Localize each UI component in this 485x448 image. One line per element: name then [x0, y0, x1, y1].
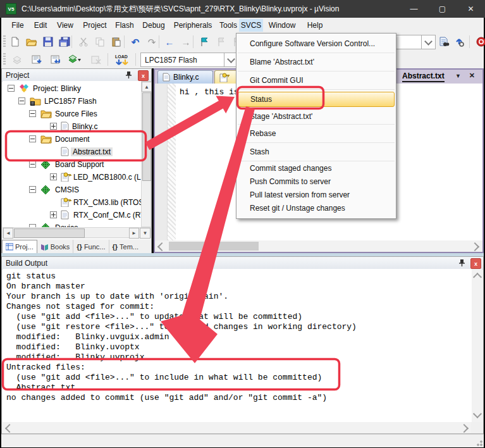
tab-list-dropdown-icon[interactable]: ▼: [455, 73, 461, 79]
debug-session-icon[interactable]: [474, 35, 485, 48]
menu-item-rebase[interactable]: Rebase: [236, 125, 396, 142]
menu-debug[interactable]: Debug: [138, 19, 169, 32]
maximize-button[interactable]: ▢: [428, 0, 457, 18]
collapse-icon[interactable]: [8, 85, 15, 92]
collapse-icon[interactable]: [18, 97, 25, 104]
scroll-up-chevron[interactable]: [473, 273, 482, 282]
tree-item-rtx-conf-cm-c[interactable]: RTX_Conf_CM.c (RTO: [3, 209, 141, 221]
menu-item-stage[interactable]: Stage 'Abstract.txt': [236, 109, 396, 124]
tab-close-icon[interactable]: ✕: [469, 72, 475, 80]
tree-item-led-mcb1800-c[interactable]: LED_MCB1800.c (LED: [3, 171, 141, 184]
copy-button[interactable]: [94, 35, 106, 48]
tree-item-project-blinky[interactable]: Project: Blinky: [3, 82, 141, 95]
menu-item-reset-unstage[interactable]: Reset git / Unstage changes: [236, 201, 396, 215]
tree-item-blinky-c[interactable]: Blinky.c: [3, 120, 141, 133]
scroll-down-button[interactable]: ▼: [140, 228, 150, 239]
scroll-right-button[interactable]: ►: [129, 228, 139, 239]
pin-icon[interactable]: [125, 71, 132, 81]
tab-templates[interactable]: {} Tem...: [109, 240, 142, 253]
collapse-icon[interactable]: [29, 186, 36, 193]
menu-item-push-commits[interactable]: Push Commits to server: [236, 175, 396, 188]
menu-item-git-commit-gui[interactable]: Git Commit GUI: [236, 72, 396, 89]
expand-icon[interactable]: [50, 211, 57, 218]
menu-project[interactable]: Project: [78, 19, 111, 32]
scroll-right-chevron[interactable]: [470, 242, 479, 251]
bookmark-prev-button[interactable]: [214, 35, 227, 48]
navigate-back-button[interactable]: ←: [163, 35, 176, 48]
scrollbar-thumb[interactable]: [14, 228, 85, 238]
collapse-icon[interactable]: [29, 135, 36, 142]
menu-window[interactable]: Window: [264, 19, 300, 32]
translate-button[interactable]: [11, 53, 24, 66]
scroll-left-chevron[interactable]: [157, 242, 166, 251]
project-tree-vscrollbar[interactable]: ▲: [141, 81, 151, 227]
menu-item-stash[interactable]: Stash: [236, 143, 396, 161]
build-button[interactable]: [30, 53, 43, 66]
paste-button[interactable]: [110, 35, 123, 48]
incremental-find-button[interactable]: [453, 35, 465, 48]
menu-peripherals[interactable]: Peripherals: [169, 19, 216, 32]
pin-icon[interactable]: [458, 259, 465, 269]
navigate-forward-button[interactable]: →: [180, 35, 192, 48]
build-output-close-button[interactable]: x: [470, 258, 481, 269]
tab-abstract-txt[interactable]: Abstract.txt: [396, 70, 450, 84]
menu-flash[interactable]: Flash: [111, 19, 138, 32]
menu-svcs[interactable]: SVCS: [239, 19, 263, 32]
new-file-button[interactable]: [9, 35, 21, 48]
expand-icon[interactable]: [50, 123, 57, 130]
batch-build-button[interactable]: [68, 53, 81, 66]
tree-item-cmsis[interactable]: CMSIS: [3, 184, 141, 196]
menu-edit[interactable]: Edit: [29, 19, 52, 32]
scroll-down-chevron[interactable]: [473, 409, 482, 418]
editor-hscrollbar[interactable]: [155, 240, 482, 252]
tab-functions[interactable]: {} Func...: [73, 240, 109, 253]
resize-grip[interactable]: [475, 439, 482, 446]
tree-item-board-support[interactable]: Board Support: [3, 158, 141, 171]
scroll-left-chevron[interactable]: [5, 424, 14, 433]
project-tree-hscrollbar[interactable]: ◄ ► ▼: [3, 227, 151, 238]
tree-item-device[interactable]: Device: [3, 221, 141, 227]
find-combo-dropdown[interactable]: [421, 35, 436, 49]
tree-item-abstract-txt[interactable]: Abstract.txt: [3, 146, 141, 158]
tree-item-rtx-cm3-lib[interactable]: RTX_CM3.lib (RTOS:K: [3, 196, 141, 209]
tree-item-document[interactable]: Document: [3, 133, 141, 146]
menu-item-pull-latest[interactable]: Pull latest version from server: [236, 188, 396, 201]
build-output-console[interactable]: git status On branch master Your branch …: [3, 269, 472, 422]
menu-item-commit-staged[interactable]: Commit staged changes: [236, 161, 396, 175]
target-select-combo[interactable]: LPC1857 Flash: [140, 53, 229, 67]
tab-blinky-c[interactable]: Blinky.c: [157, 70, 213, 84]
find-in-files-button[interactable]: [438, 35, 450, 48]
bookmark-toggle-button[interactable]: [198, 35, 211, 48]
minimize-button[interactable]: —: [400, 0, 428, 18]
download-to-flash-button[interactable]: LOAD: [114, 53, 130, 66]
project-panel-close-button[interactable]: x: [138, 70, 149, 81]
menu-view[interactable]: View: [52, 19, 78, 32]
scroll-left-button[interactable]: ◄: [3, 228, 13, 239]
scroll-right-chevron[interactable]: [460, 424, 469, 433]
scroll-up-button[interactable]: ▲: [142, 82, 152, 92]
rebuild-button[interactable]: [49, 53, 62, 66]
redo-button[interactable]: ↷: [145, 35, 158, 48]
menu-item-configure-svc[interactable]: Configure Software Version Control...: [236, 35, 396, 53]
save-button[interactable]: [42, 35, 54, 48]
expand-icon[interactable]: [50, 173, 57, 180]
scrollbar-thumb[interactable]: [142, 92, 151, 181]
build-output-vscrollbar[interactable]: [472, 269, 482, 422]
close-button[interactable]: ✕: [457, 0, 485, 18]
scrollbar-thumb[interactable]: [169, 242, 259, 251]
tree-item-lpc1857-flash[interactable]: LPC1857 Flash: [3, 95, 141, 108]
cut-button[interactable]: [77, 35, 90, 48]
menu-item-blame[interactable]: Blame 'Abstract.txt': [236, 53, 396, 71]
stop-build-button[interactable]: [90, 53, 102, 66]
tab-books[interactable]: Books: [37, 240, 74, 253]
tree-item-source-files[interactable]: Source Files: [3, 108, 141, 120]
save-all-button[interactable]: [58, 35, 71, 48]
collapse-icon[interactable]: [29, 161, 36, 168]
open-folder-button[interactable]: [25, 35, 38, 48]
tab-project[interactable]: Proj...: [2, 240, 37, 253]
build-output-hscrollbar[interactable]: [3, 422, 471, 433]
menu-file[interactable]: File: [6, 19, 29, 32]
collapse-icon[interactable]: [29, 110, 36, 117]
menu-item-status[interactable]: Status: [238, 92, 395, 107]
undo-button[interactable]: ↶: [129, 35, 142, 48]
